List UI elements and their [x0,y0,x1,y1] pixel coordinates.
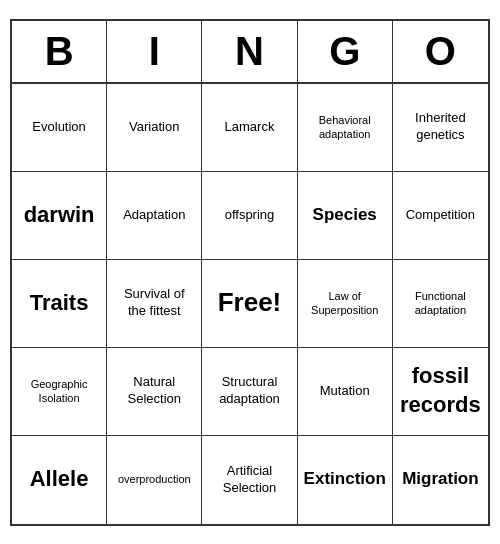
bingo-cell-19: fossil records [393,348,488,436]
bingo-cell-18: Mutation [298,348,393,436]
bingo-header: B I N G O [12,21,488,84]
bingo-cell-2: Lamarck [202,84,297,172]
bingo-cell-24: Migration [393,436,488,524]
bingo-cell-3: Behavioral adaptation [298,84,393,172]
bingo-cell-23: Extinction [298,436,393,524]
bingo-cell-0: Evolution [12,84,107,172]
bingo-cell-1: Variation [107,84,202,172]
header-g: G [298,21,393,82]
bingo-cell-5: darwin [12,172,107,260]
bingo-cell-16: Natural Selection [107,348,202,436]
bingo-cell-8: Species [298,172,393,260]
bingo-cell-13: Law of Superposition [298,260,393,348]
header-o: O [393,21,488,82]
bingo-cell-6: Adaptation [107,172,202,260]
bingo-cell-9: Competition [393,172,488,260]
bingo-cell-10: Traits [12,260,107,348]
bingo-cell-15: Geographic Isolation [12,348,107,436]
header-b: B [12,21,107,82]
bingo-card: B I N G O EvolutionVariationLamarckBehav… [10,19,490,526]
bingo-cell-21: overproduction [107,436,202,524]
bingo-cell-17: Structural adaptation [202,348,297,436]
bingo-grid: EvolutionVariationLamarckBehavioral adap… [12,84,488,524]
bingo-cell-22: Artificial Selection [202,436,297,524]
bingo-cell-20: Allele [12,436,107,524]
header-n: N [202,21,297,82]
bingo-cell-7: offspring [202,172,297,260]
bingo-cell-12: Free! [202,260,297,348]
bingo-cell-14: Functional adaptation [393,260,488,348]
bingo-cell-11: Survival of the fittest [107,260,202,348]
bingo-cell-4: Inherited genetics [393,84,488,172]
header-i: I [107,21,202,82]
